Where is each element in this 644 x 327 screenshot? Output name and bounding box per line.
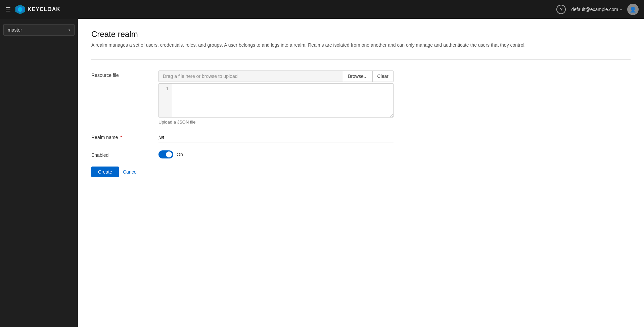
realm-name-control [158, 133, 394, 142]
enabled-label: Enabled [91, 150, 158, 158]
realm-selector-value: master [8, 27, 22, 33]
toggle-thumb [166, 151, 172, 157]
upload-hint: Upload a JSON file [158, 120, 394, 125]
cancel-button[interactable]: Cancel [119, 167, 142, 177]
main-content: Create realm A realm manages a set of us… [78, 19, 644, 327]
realm-name-row: Realm name * [91, 133, 631, 142]
resource-file-control: Drag a file here or browse to upload Bro… [158, 71, 394, 125]
layout: master ▾ Create realm A realm manages a … [0, 19, 644, 327]
hamburger-menu-button[interactable]: ☰ [5, 6, 11, 13]
resource-file-placeholder: Drag a file here or browse to upload [159, 71, 343, 82]
sidebar: master ▾ [0, 19, 78, 327]
help-button[interactable]: ? [556, 5, 566, 14]
avatar-icon: 👤 [630, 6, 636, 13]
user-chevron-icon: ▾ [620, 8, 622, 11]
realm-selector-chevron-icon: ▾ [68, 28, 70, 32]
toggle-on-label: On [177, 152, 183, 157]
code-editor: 1 [158, 83, 394, 118]
divider [91, 59, 631, 60]
enabled-toggle[interactable] [158, 150, 173, 158]
required-indicator: * [119, 135, 122, 140]
line-number: 1 [162, 86, 169, 91]
create-button[interactable]: Create [91, 167, 119, 177]
enabled-control: On [158, 150, 394, 158]
realm-name-input[interactable] [158, 133, 394, 142]
page-description: A realm manages a set of users, credenti… [91, 42, 631, 49]
logo-text: KEYCLOAK [28, 6, 60, 12]
avatar[interactable]: 👤 [627, 4, 639, 15]
page-title: Create realm [91, 30, 631, 39]
realm-name-label: Realm name * [91, 133, 158, 140]
keycloak-logo-icon [15, 4, 26, 15]
clear-button[interactable]: Clear [372, 71, 393, 82]
enabled-row: Enabled On [91, 150, 631, 158]
logo: KEYCLOAK [15, 4, 60, 15]
resource-file-row: Resource file Drag a file here or browse… [91, 71, 631, 125]
help-icon: ? [560, 7, 563, 12]
user-email-label: default@example.com [571, 7, 618, 12]
realm-selector[interactable]: master ▾ [3, 24, 75, 36]
navbar: ☰ KEYCLOAK ? default@example.com ▾ 👤 [0, 0, 644, 19]
code-editor-textarea[interactable] [172, 84, 393, 117]
resource-file-label: Resource file [91, 71, 158, 78]
form-actions: Create Cancel [91, 167, 631, 177]
browse-button[interactable]: Browse... [343, 71, 372, 82]
user-menu-button[interactable]: default@example.com ▾ [571, 7, 622, 12]
resource-file-upload-area[interactable]: Drag a file here or browse to upload Bro… [158, 71, 394, 82]
toggle-row: On [158, 150, 394, 158]
code-editor-gutter: 1 [159, 84, 172, 117]
